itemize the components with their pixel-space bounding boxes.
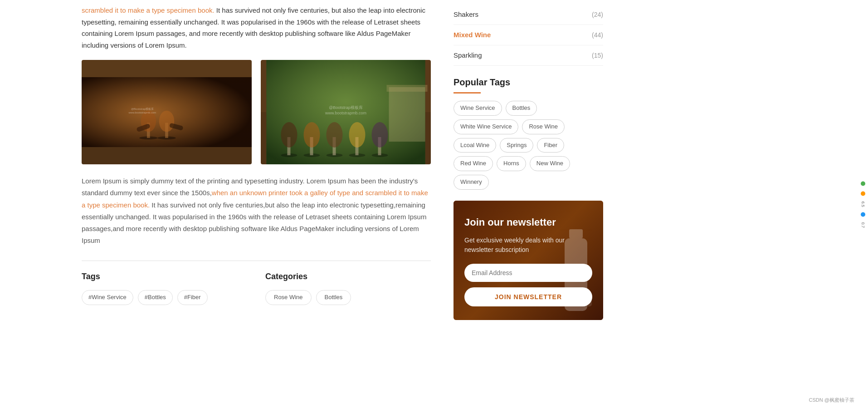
page-wrapper: scrambled it to make a type specimen boo… (0, 0, 868, 334)
newsletter-widget: Join our newsletter Get exclusive weekly… (454, 201, 603, 320)
svg-point-20 (327, 122, 343, 148)
pop-tag-horns[interactable]: Horns (497, 156, 526, 171)
pop-tag-white-wine-service[interactable]: White Wine Service (454, 119, 518, 134)
pop-tag-bottles[interactable]: Bottles (506, 101, 537, 116)
indicator-label-07: 0.7 (860, 222, 866, 228)
mixed-wine-label: Mixed Wine (454, 30, 491, 40)
indicator-label-65: 6.5 (860, 201, 866, 207)
pop-tag-rose-wine[interactable]: Rose Wine (522, 119, 565, 134)
sparkling-count: (15) (592, 50, 603, 60)
tags-categories: Tags #Wine Service #Bottles #Fiber Categ… (82, 270, 431, 306)
svg-rect-27 (389, 87, 425, 142)
pop-tag-fiber[interactable]: Fiber (537, 138, 564, 153)
cat-bottles[interactable]: Bottles (316, 290, 351, 305)
newsletter-content: Join our newsletter Get exclusive weekly… (464, 214, 592, 306)
watermark-left-line2: www.bootstrapmb.com (128, 111, 156, 114)
watermark-left-line1: @Bootstrap模板库 (131, 107, 154, 110)
shakers-count: (24) (592, 10, 603, 20)
popular-tags-underline (454, 92, 481, 94)
pop-tag-local-wine[interactable]: Lcoal Wine (454, 138, 496, 153)
svg-rect-28 (387, 85, 428, 92)
image-right: @Bootstrap模板库 www.bootstrapmb.com (261, 60, 431, 164)
tag-wine-service[interactable]: #Wine Service (82, 290, 133, 305)
main-content: scrambled it to make a type specimen boo… (0, 0, 444, 334)
mixed-wine-count: (44) (592, 30, 603, 40)
pop-tag-wine-service[interactable]: Wine Service (454, 101, 502, 116)
watermark-right-line2: www.bootstrapmb.com (325, 111, 366, 115)
sidebar: Shakers (24) Mixed Wine (44) Sparkling (… (444, 0, 617, 334)
watermark-right-line1: @Bootstrap模板库 (329, 105, 363, 110)
divider (82, 261, 431, 261)
sparkling-label: Sparkling (454, 50, 482, 61)
body-text: Lorem Ipsum is simply dummy text of the … (82, 175, 431, 247)
images-row: @Bootstrap模板库 www.bootstrapmb.com (82, 60, 431, 164)
categories-heading: Categories (265, 270, 431, 283)
pop-tag-red-wine[interactable]: Red Wine (454, 156, 493, 171)
indicator-orange (861, 191, 865, 196)
categories-column: Categories Rose Wine Bottles (265, 270, 431, 306)
newsletter-description: Get exclusive weekly deals with our news… (464, 236, 592, 255)
popular-tags-heading: Popular Tags (454, 75, 603, 89)
indicator-green (861, 181, 865, 186)
intro-scrambled: scrambled it to make a type specimen boo… (82, 6, 216, 14)
sidebar-item-shakers[interactable]: Shakers (24) (454, 5, 603, 25)
cat-rose-wine[interactable]: Rose Wine (265, 290, 312, 305)
image-right-svg: @Bootstrap模板库 www.bootstrapmb.com (261, 60, 431, 164)
tags-column: Tags #Wine Service #Bottles #Fiber (82, 270, 247, 306)
tags-heading: Tags (82, 270, 247, 283)
svg-point-14 (281, 122, 297, 148)
svg-point-23 (349, 122, 366, 148)
sidebar-item-sparkling[interactable]: Sparkling (15) (454, 45, 603, 66)
image-left-svg: @Bootstrap模板库 www.bootstrapmb.com (82, 60, 252, 164)
image-left: @Bootstrap模板库 www.bootstrapmb.com (82, 60, 252, 164)
newsletter-email-input[interactable] (464, 264, 592, 282)
popular-tags-grid: Wine Service Bottles White Wine Service … (454, 101, 603, 190)
pop-tag-winnery[interactable]: Winnery (454, 175, 489, 190)
categories-list: Rose Wine Bottles (265, 290, 431, 305)
svg-point-7 (159, 111, 174, 132)
newsletter-submit-button[interactable]: JOIN NEWSLETTER (464, 287, 592, 306)
pop-tag-springs[interactable]: Springs (500, 138, 533, 153)
indicator-blue (861, 212, 865, 217)
intro-text: scrambled it to make a type specimen boo… (82, 5, 431, 51)
side-indicators: 6.5 0.7 (860, 181, 866, 228)
svg-point-17 (304, 122, 320, 148)
newsletter-title: Join our newsletter (464, 214, 592, 230)
shakers-label: Shakers (454, 9, 478, 20)
svg-point-26 (372, 122, 388, 148)
tag-bottles[interactable]: #Bottles (138, 290, 173, 305)
tag-list: #Wine Service #Bottles #Fiber (82, 290, 247, 305)
tag-fiber[interactable]: #Fiber (177, 290, 208, 305)
pop-tag-new-wine[interactable]: New Wine (530, 156, 570, 171)
sidebar-item-mixed-wine[interactable]: Mixed Wine (44) (454, 25, 603, 45)
